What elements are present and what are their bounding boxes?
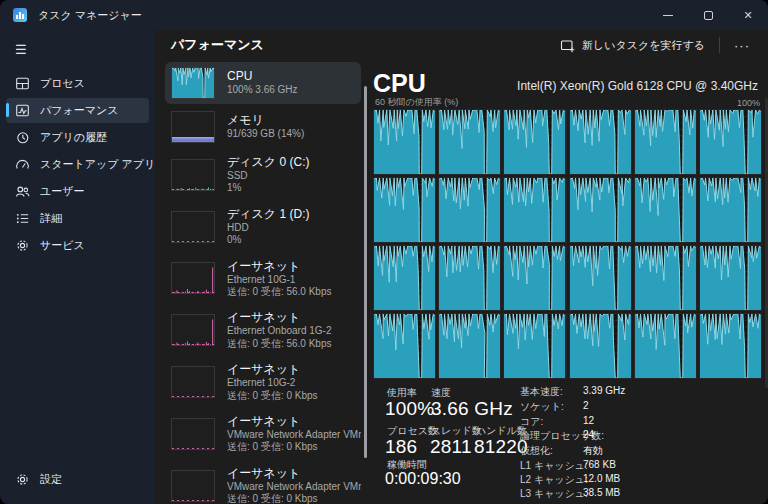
perf-item-detail: Ethernet 10G-2 — [227, 377, 318, 389]
stat-value: 38.5 MB — [583, 487, 620, 501]
list-scrollbar[interactable] — [361, 60, 371, 504]
perf-item-title: イーサネット — [227, 310, 332, 325]
perf-item-title: ディスク 0 (C:) — [227, 155, 309, 170]
stat-label: 論理プロセッサ数: — [520, 429, 583, 443]
perf-item-detail: SSD — [227, 170, 309, 182]
maximize-button[interactable] — [688, 0, 728, 30]
ellipsis-icon: ··· — [734, 38, 750, 53]
perf-item-detail: 1% — [227, 182, 309, 194]
stat-value-speed: 3.66 GHz — [431, 398, 513, 420]
stat-value: 有効 — [583, 444, 603, 458]
perf-item-memory[interactable]: メモリ 91/639 GB (14%) — [165, 106, 361, 148]
cpu-sparkline — [171, 67, 215, 99]
perf-item-detail: 送信: 0 受信: 56.0 Kbps — [227, 338, 332, 350]
sidebar-item-label: アプリの履歴 — [40, 130, 107, 145]
perf-item-detail: 0% — [227, 234, 309, 246]
startup-apps-icon — [15, 157, 30, 172]
perf-item-title: イーサネット — [227, 362, 318, 377]
logical-processor-chart — [699, 177, 762, 243]
stat-label: L1 キャッシュ: — [520, 459, 583, 473]
logical-processor-chart — [634, 245, 697, 311]
sidebar-item-label: 設定 — [40, 472, 62, 487]
stat-row: L2 キャッシュ:12.0 MB — [520, 473, 620, 487]
stat-value: 768 KB — [583, 459, 616, 473]
logical-processor-chart — [699, 313, 762, 379]
stat-label: L2 キャッシュ: — [520, 473, 583, 487]
logical-processor-chart — [438, 109, 501, 175]
perf-item-disk0[interactable]: ディスク 0 (C:) SSD 1% — [165, 150, 361, 200]
sidebar-item-label: プロセス — [40, 76, 85, 91]
performance-list: CPU 100% 3.66 GHz メモリ 91/639 GB (14%) ディ… — [165, 60, 361, 504]
cpu-model: Intel(R) Xeon(R) Gold 6128 CPU @ 3.40GHz — [517, 79, 758, 96]
logical-processor-chart — [699, 245, 762, 311]
perf-item-ethernet-10g-1[interactable]: イーサネット Ethernet 10G-1 送信: 0 受信: 56.0 Kbp… — [165, 254, 361, 304]
stat-value: 3.39 GHz — [583, 385, 625, 399]
perf-item-detail: 91/639 GB (14%) — [227, 128, 304, 140]
perf-item-detail: Ethernet 10G-1 — [227, 274, 332, 286]
cpu-stats: 使用率 速度 100% 3.66 GHz プロセス数 スレッド数 ハンドル数 1… — [373, 383, 762, 504]
sidebar-item-services[interactable]: サービス — [6, 233, 149, 258]
sidebar-item-users[interactable]: ユーザー — [6, 179, 149, 204]
sidebar-item-performance[interactable]: パフォーマンス — [6, 98, 149, 123]
minimize-button[interactable] — [648, 0, 688, 30]
perf-item-ethernet-10g-2[interactable]: イーサネット Ethernet 10G-2 送信: 0 受信: 0 Kbps — [165, 357, 361, 407]
close-button[interactable]: ✕ — [728, 0, 768, 30]
stat-value: 12 — [583, 415, 594, 429]
logical-processor-chart — [438, 245, 501, 311]
sidebar-item-app-history[interactable]: アプリの履歴 — [6, 125, 149, 150]
perf-item-title: イーサネット — [227, 259, 332, 274]
perf-item-detail: HDD — [227, 222, 309, 234]
details-icon — [15, 211, 30, 226]
logical-processor-chart — [569, 109, 632, 175]
stat-value: 2 — [583, 400, 589, 414]
ethernet-sparkline — [171, 314, 215, 346]
logical-processor-chart — [503, 109, 566, 175]
stat-row: L3 キャッシュ:38.5 MB — [520, 487, 620, 501]
header-divider — [719, 37, 720, 53]
stat-row: コア:12 — [520, 415, 594, 429]
sidebar-item-details[interactable]: 詳細 — [6, 206, 149, 231]
scrollbar-thumb[interactable] — [364, 86, 367, 458]
perf-item-detail: VMware Network Adapter VMnet1 — [227, 429, 355, 441]
chart-axis-label: 60 秒間の使用率 (%) — [375, 96, 458, 109]
perf-item-detail: 送信: 0 受信: 0 Kbps — [227, 493, 355, 504]
titlebar: タスク マネージャー ✕ — [0, 0, 768, 30]
stat-row: ソケット:2 — [520, 400, 589, 414]
perf-item-detail: Ethernet Onboard 1G-2 — [227, 325, 332, 337]
sidebar-item-startup-apps[interactable]: スタートアップ アプリ — [6, 152, 149, 177]
ethernet-sparkline — [171, 262, 215, 294]
sidebar: ☰ プロセス パフォーマンス アプリの履歴 — [0, 30, 155, 504]
logical-processor-chart — [503, 177, 566, 243]
logical-processor-chart — [569, 245, 632, 311]
run-new-task-button[interactable]: 新しいタスクを実行する — [552, 34, 713, 57]
more-options-button[interactable]: ··· — [726, 36, 758, 55]
perf-item-title: メモリ — [227, 113, 304, 128]
perf-item-ethernet-vmnet1[interactable]: イーサネット VMware Network Adapter VMnet1 送信:… — [165, 409, 361, 459]
processes-icon — [15, 76, 30, 91]
perf-item-disk1[interactable]: ディスク 1 (D:) HDD 0% — [165, 202, 361, 252]
logical-processor-chart — [634, 109, 697, 175]
logical-processor-chart — [699, 109, 762, 175]
perf-item-ethernet-onboard-1g-2[interactable]: イーサネット Ethernet Onboard 1G-2 送信: 0 受信: 5… — [165, 305, 361, 355]
perf-item-ethernet-vmnet8[interactable]: イーサネット VMware Network Adapter VMnet8 送信:… — [165, 461, 361, 504]
logical-processor-chart — [634, 177, 697, 243]
logical-processor-chart — [569, 313, 632, 379]
stat-value-uptime: 0:00:09:30 — [385, 470, 461, 488]
disk1-sparkline — [171, 211, 215, 243]
ethernet-sparkline — [171, 418, 215, 450]
logical-processor-chart — [373, 313, 436, 379]
cpu-detail-panel: CPU Intel(R) Xeon(R) Gold 6128 CPU @ 3.4… — [373, 60, 768, 504]
stat-value-threads: 2811 — [430, 436, 472, 458]
stat-label: コア: — [520, 415, 583, 429]
logical-processor-chart — [438, 177, 501, 243]
stat-row: 基本速度:3.39 GHz — [520, 385, 625, 399]
sidebar-item-settings[interactable]: 設定 — [6, 467, 149, 492]
sidebar-nav: プロセス パフォーマンス アプリの履歴 スタートアップ アプリ — [0, 70, 155, 467]
cpu-title: CPU — [373, 71, 426, 96]
task-manager-window: タスク マネージャー ✕ ☰ プロセス パフォーマンス — [0, 0, 768, 504]
perf-item-cpu[interactable]: CPU 100% 3.66 GHz — [165, 62, 361, 104]
perf-item-detail: VMware Network Adapter VMnet8 — [227, 481, 355, 493]
perf-item-detail: 送信: 0 受信: 56.0 Kbps — [227, 286, 332, 298]
sidebar-item-processes[interactable]: プロセス — [6, 71, 149, 96]
hamburger-menu-button[interactable]: ☰ — [0, 36, 155, 62]
